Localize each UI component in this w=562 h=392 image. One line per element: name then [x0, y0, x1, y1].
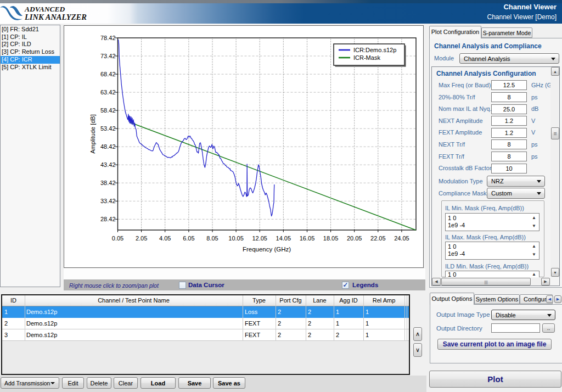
svg-text:58.42: 58.42	[100, 107, 116, 114]
svg-text:68.42: 68.42	[100, 71, 116, 77]
svg-text:78.42: 78.42	[100, 35, 116, 41]
svg-text:33.42: 33.42	[100, 198, 116, 204]
svg-text:63.42: 63.42	[100, 89, 116, 96]
svg-text:16.05: 16.05	[300, 235, 315, 242]
svg-text:20.05: 20.05	[347, 235, 362, 242]
svg-text:4.05: 4.05	[159, 235, 171, 242]
svg-text:22.05: 22.05	[370, 235, 386, 242]
svg-text:ICR-Mask: ICR-Mask	[353, 54, 380, 61]
svg-text:24.05: 24.05	[394, 235, 409, 242]
svg-text:8.05: 8.05	[206, 235, 218, 242]
svg-text:6.05: 6.05	[183, 235, 194, 242]
svg-text:2.05: 2.05	[136, 235, 147, 242]
svg-text:12.05: 12.05	[252, 235, 267, 242]
svg-text:10.05: 10.05	[228, 235, 244, 242]
svg-text:48.42: 48.42	[100, 143, 116, 150]
svg-text:28.42: 28.42	[100, 216, 116, 222]
svg-text:38.42: 38.42	[100, 180, 116, 186]
svg-text:0.05: 0.05	[112, 235, 123, 242]
svg-text:53.42: 53.42	[100, 125, 116, 132]
svg-text:43.42: 43.42	[100, 161, 116, 168]
svg-text:Frequency (GHz): Frequency (GHz)	[243, 246, 291, 253]
svg-text:Amplitude [dB]: Amplitude [dB]	[89, 114, 96, 154]
svg-text:73.42: 73.42	[100, 53, 116, 59]
svg-text:ICR:Demo.s12p: ICR:Demo.s12p	[353, 47, 396, 53]
svg-text:18.05: 18.05	[323, 235, 339, 242]
svg-text:14.05: 14.05	[276, 235, 291, 242]
